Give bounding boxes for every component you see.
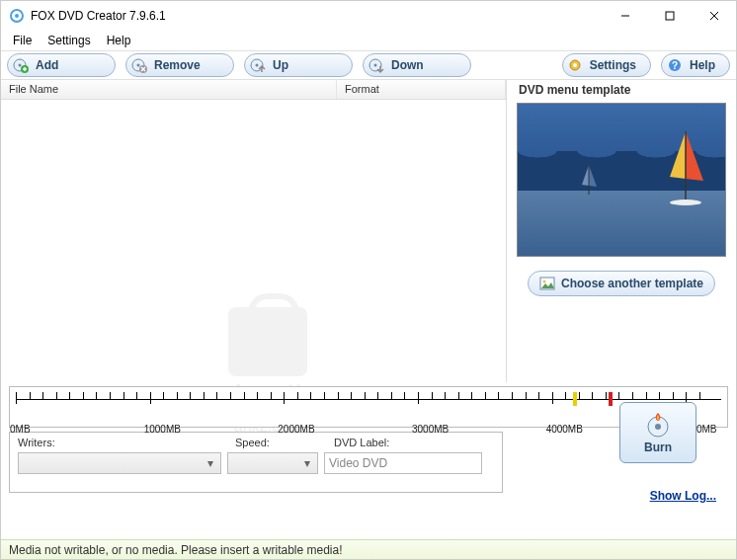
gear-icon <box>567 56 584 74</box>
speed-label: Speed: <box>235 437 334 448</box>
titlebar: FOX DVD Creator 7.9.6.1 <box>1 1 736 31</box>
choose-template-label: Choose another template <box>561 277 703 290</box>
dvdlabel-label: DVD Label: <box>334 437 389 448</box>
col-format[interactable]: Format <box>337 80 506 99</box>
remove-button[interactable]: Remove <box>125 53 234 77</box>
svg-rect-3 <box>666 12 674 20</box>
svg-point-12 <box>137 64 140 67</box>
svg-point-7 <box>19 64 22 67</box>
picture-icon <box>539 277 555 290</box>
list-header: File Name Format <box>1 80 506 100</box>
writer-box: Writers: Speed: DVD Label: ▾ ▾ Video DVD <box>9 432 503 493</box>
svg-point-30 <box>655 424 661 430</box>
template-preview[interactable] <box>517 103 726 257</box>
content-area: File Name Format 安下载 anxz.com DVD menu t… <box>1 80 736 382</box>
choose-template-button[interactable]: Choose another template <box>528 271 715 296</box>
down-button[interactable]: Down <box>363 53 471 77</box>
burn-icon <box>644 411 672 439</box>
windsurf-icon <box>664 131 707 206</box>
capacity-ticks <box>16 399 721 415</box>
windsurf-small-icon <box>579 165 599 199</box>
menu-settings[interactable]: Settings <box>40 32 98 49</box>
up-button[interactable]: Up <box>244 53 353 77</box>
menu-file[interactable]: File <box>5 32 40 49</box>
bottom-panel: Writers: Speed: DVD Label: ▾ ▾ Video DVD… <box>9 432 728 493</box>
dvdlabel-input[interactable]: Video DVD <box>324 452 482 474</box>
svg-point-21 <box>573 63 577 67</box>
statusbar: Media not writable, or no media. Please … <box>1 539 736 559</box>
writers-combo[interactable]: ▾ <box>18 452 221 474</box>
add-label: Add <box>36 58 58 72</box>
speed-combo[interactable]: ▾ <box>227 452 318 474</box>
help-button[interactable]: ? Help <box>661 53 730 77</box>
svg-point-19 <box>374 64 377 67</box>
disc-remove-icon <box>130 56 148 74</box>
up-label: Up <box>273 58 288 72</box>
col-filename[interactable]: File Name <box>1 80 337 99</box>
burn-button[interactable]: Burn <box>619 402 696 463</box>
minimize-button[interactable] <box>603 1 647 31</box>
chevron-down-icon: ▾ <box>203 455 218 471</box>
writers-label: Writers: <box>18 437 235 448</box>
toolbar: Add Remove Up Down Settings ? Help <box>1 50 736 80</box>
status-text: Media not writable, or no media. Please … <box>9 543 343 557</box>
disc-up-icon <box>249 56 267 74</box>
settings-label: Settings <box>590 58 636 72</box>
help-icon: ? <box>666 56 684 74</box>
settings-button[interactable]: Settings <box>562 53 651 77</box>
svg-point-17 <box>256 64 259 67</box>
burn-label: Burn <box>644 440 672 454</box>
template-pane: DVD menu template Choose another templat… <box>507 80 736 382</box>
template-title: DVD menu template <box>517 80 726 103</box>
disc-add-icon <box>12 56 30 74</box>
disc-down-icon <box>368 56 385 74</box>
chevron-down-icon: ▾ <box>299 455 315 471</box>
help-label: Help <box>690 58 715 72</box>
svg-point-1 <box>15 14 19 18</box>
svg-text:?: ? <box>672 60 678 71</box>
remove-label: Remove <box>154 58 201 72</box>
menu-help[interactable]: Help <box>99 32 139 49</box>
svg-point-25 <box>670 200 701 205</box>
file-list[interactable]: 安下载 anxz.com <box>1 100 506 382</box>
close-button[interactable] <box>692 1 736 31</box>
svg-point-28 <box>542 280 545 283</box>
window-title: FOX DVD Creator 7.9.6.1 <box>31 9 603 23</box>
file-list-pane: File Name Format 安下载 anxz.com <box>1 80 507 382</box>
add-button[interactable]: Add <box>7 53 116 77</box>
app-icon <box>9 8 25 24</box>
show-log-link[interactable]: Show Log... <box>650 489 716 503</box>
maximize-button[interactable] <box>647 1 692 31</box>
menubar: File Settings Help <box>1 31 736 50</box>
down-label: Down <box>391 58 424 72</box>
burn-area: Burn Show Log... <box>503 432 728 493</box>
